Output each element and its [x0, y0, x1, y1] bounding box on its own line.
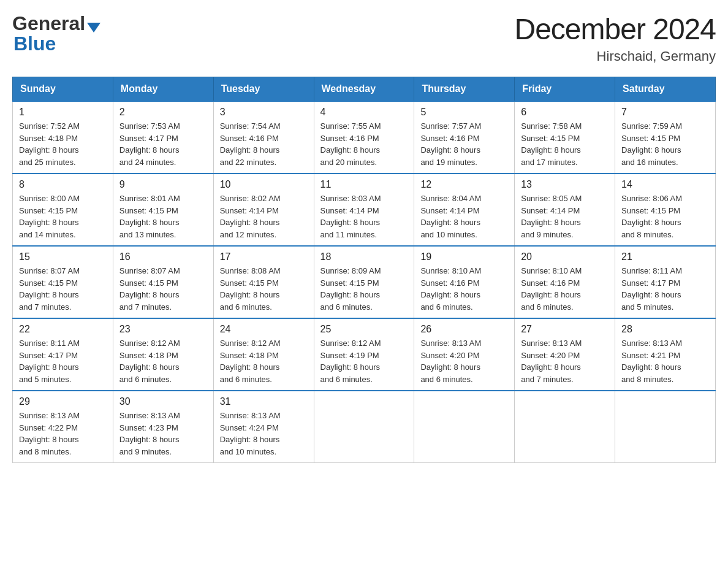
day-info: Sunrise: 7:54 AM Sunset: 4:16 PM Dayligh… — [220, 120, 308, 168]
calendar-day-cell — [314, 391, 414, 463]
day-info: Sunrise: 8:13 AM Sunset: 4:23 PM Dayligh… — [119, 410, 207, 458]
calendar-week-row: 22 Sunrise: 8:11 AM Sunset: 4:17 PM Dayl… — [13, 318, 716, 391]
calendar-day-cell: 16 Sunrise: 8:07 AM Sunset: 4:15 PM Dayl… — [113, 246, 213, 318]
calendar-day-cell: 14 Sunrise: 8:06 AM Sunset: 4:15 PM Dayl… — [615, 174, 716, 246]
col-monday: Monday — [113, 77, 213, 102]
day-info: Sunrise: 8:13 AM Sunset: 4:22 PM Dayligh… — [19, 410, 107, 458]
day-info: Sunrise: 8:03 AM Sunset: 4:14 PM Dayligh… — [320, 193, 408, 240]
col-wednesday: Wednesday — [314, 77, 414, 102]
day-number: 26 — [420, 324, 508, 335]
calendar-week-row: 1 Sunrise: 7:52 AM Sunset: 4:18 PM Dayli… — [13, 101, 716, 174]
day-info: Sunrise: 7:57 AM Sunset: 4:16 PM Dayligh… — [420, 120, 508, 168]
calendar-day-cell: 25 Sunrise: 8:12 AM Sunset: 4:19 PM Dayl… — [314, 318, 414, 391]
day-info: Sunrise: 8:10 AM Sunset: 4:16 PM Dayligh… — [521, 265, 609, 313]
page-header: General Blue December 2024 Hirschaid, Ge… — [12, 12, 716, 64]
col-thursday: Thursday — [414, 77, 515, 102]
location-subtitle: Hirschaid, Germany — [514, 48, 716, 64]
calendar-day-cell: 30 Sunrise: 8:13 AM Sunset: 4:23 PM Dayl… — [113, 391, 213, 463]
day-info: Sunrise: 8:07 AM Sunset: 4:15 PM Dayligh… — [19, 265, 107, 313]
day-info: Sunrise: 8:09 AM Sunset: 4:15 PM Dayligh… — [320, 265, 408, 313]
calendar-day-cell: 24 Sunrise: 8:12 AM Sunset: 4:18 PM Dayl… — [213, 318, 314, 391]
calendar-header-row: Sunday Monday Tuesday Wednesday Thursday… — [13, 77, 716, 102]
calendar-week-row: 8 Sunrise: 8:00 AM Sunset: 4:15 PM Dayli… — [13, 174, 716, 246]
day-number: 2 — [119, 107, 207, 118]
calendar-day-cell: 10 Sunrise: 8:02 AM Sunset: 4:14 PM Dayl… — [213, 174, 314, 246]
logo: General Blue — [12, 12, 100, 55]
col-sunday: Sunday — [13, 77, 113, 102]
day-number: 3 — [220, 107, 308, 118]
day-number: 12 — [420, 179, 508, 190]
logo-row: General — [12, 12, 100, 35]
calendar-day-cell: 22 Sunrise: 8:11 AM Sunset: 4:17 PM Dayl… — [13, 318, 113, 391]
calendar-day-cell: 5 Sunrise: 7:57 AM Sunset: 4:16 PM Dayli… — [414, 101, 515, 174]
calendar-day-cell: 4 Sunrise: 7:55 AM Sunset: 4:16 PM Dayli… — [314, 101, 414, 174]
calendar-day-cell: 23 Sunrise: 8:12 AM Sunset: 4:18 PM Dayl… — [113, 318, 213, 391]
day-number: 4 — [320, 107, 408, 118]
day-info: Sunrise: 8:01 AM Sunset: 4:15 PM Dayligh… — [119, 193, 207, 240]
calendar-day-cell: 19 Sunrise: 8:10 AM Sunset: 4:16 PM Dayl… — [414, 246, 515, 318]
day-info: Sunrise: 8:12 AM Sunset: 4:19 PM Dayligh… — [320, 337, 408, 385]
day-info: Sunrise: 8:13 AM Sunset: 4:24 PM Dayligh… — [220, 410, 308, 458]
day-info: Sunrise: 8:05 AM Sunset: 4:14 PM Dayligh… — [521, 193, 609, 240]
day-number: 1 — [19, 107, 107, 118]
calendar-day-cell: 2 Sunrise: 7:53 AM Sunset: 4:17 PM Dayli… — [113, 101, 213, 174]
day-info: Sunrise: 7:58 AM Sunset: 4:15 PM Dayligh… — [521, 120, 609, 168]
calendar-day-cell: 6 Sunrise: 7:58 AM Sunset: 4:15 PM Dayli… — [515, 101, 615, 174]
day-number: 6 — [521, 107, 609, 118]
day-info: Sunrise: 8:12 AM Sunset: 4:18 PM Dayligh… — [119, 337, 207, 385]
calendar-day-cell: 31 Sunrise: 8:13 AM Sunset: 4:24 PM Dayl… — [213, 391, 314, 463]
day-info: Sunrise: 8:12 AM Sunset: 4:18 PM Dayligh… — [220, 337, 308, 385]
day-number: 13 — [521, 179, 609, 190]
day-number: 8 — [19, 179, 107, 190]
calendar-day-cell — [515, 391, 615, 463]
month-title: December 2024 — [514, 12, 716, 46]
calendar-day-cell: 18 Sunrise: 8:09 AM Sunset: 4:15 PM Dayl… — [314, 246, 414, 318]
day-info: Sunrise: 8:11 AM Sunset: 4:17 PM Dayligh… — [19, 337, 107, 385]
day-number: 9 — [119, 179, 207, 190]
day-info: Sunrise: 7:59 AM Sunset: 4:15 PM Dayligh… — [621, 120, 709, 168]
calendar-day-cell: 13 Sunrise: 8:05 AM Sunset: 4:14 PM Dayl… — [515, 174, 615, 246]
calendar-day-cell: 11 Sunrise: 8:03 AM Sunset: 4:14 PM Dayl… — [314, 174, 414, 246]
day-number: 30 — [119, 396, 207, 407]
day-number: 21 — [621, 251, 709, 262]
day-info: Sunrise: 8:06 AM Sunset: 4:15 PM Dayligh… — [621, 193, 709, 240]
calendar-week-row: 15 Sunrise: 8:07 AM Sunset: 4:15 PM Dayl… — [13, 246, 716, 318]
day-number: 18 — [320, 251, 408, 262]
day-number: 19 — [420, 251, 508, 262]
logo-blue-text: Blue — [13, 33, 56, 55]
calendar-day-cell: 29 Sunrise: 8:13 AM Sunset: 4:22 PM Dayl… — [13, 391, 113, 463]
day-info: Sunrise: 8:07 AM Sunset: 4:15 PM Dayligh… — [119, 265, 207, 313]
title-area: December 2024 Hirschaid, Germany — [514, 12, 716, 64]
day-number: 17 — [220, 251, 308, 262]
day-info: Sunrise: 8:00 AM Sunset: 4:15 PM Dayligh… — [19, 193, 107, 240]
col-saturday: Saturday — [615, 77, 716, 102]
calendar-day-cell: 20 Sunrise: 8:10 AM Sunset: 4:16 PM Dayl… — [515, 246, 615, 318]
calendar-day-cell: 21 Sunrise: 8:11 AM Sunset: 4:17 PM Dayl… — [615, 246, 716, 318]
day-number: 25 — [320, 324, 408, 335]
calendar-day-cell — [414, 391, 515, 463]
calendar-day-cell: 15 Sunrise: 8:07 AM Sunset: 4:15 PM Dayl… — [13, 246, 113, 318]
logo-triangle-icon — [87, 23, 100, 33]
col-friday: Friday — [515, 77, 615, 102]
logo-general-text: General — [12, 12, 85, 35]
calendar-day-cell: 3 Sunrise: 7:54 AM Sunset: 4:16 PM Dayli… — [213, 101, 314, 174]
calendar-day-cell: 27 Sunrise: 8:13 AM Sunset: 4:20 PM Dayl… — [515, 318, 615, 391]
day-number: 27 — [521, 324, 609, 335]
day-info: Sunrise: 8:08 AM Sunset: 4:15 PM Dayligh… — [220, 265, 308, 313]
col-tuesday: Tuesday — [213, 77, 314, 102]
calendar-day-cell: 12 Sunrise: 8:04 AM Sunset: 4:14 PM Dayl… — [414, 174, 515, 246]
calendar-week-row: 29 Sunrise: 8:13 AM Sunset: 4:22 PM Dayl… — [13, 391, 716, 463]
day-info: Sunrise: 8:13 AM Sunset: 4:20 PM Dayligh… — [420, 337, 508, 385]
day-number: 15 — [19, 251, 107, 262]
day-number: 23 — [119, 324, 207, 335]
calendar-day-cell: 1 Sunrise: 7:52 AM Sunset: 4:18 PM Dayli… — [13, 101, 113, 174]
day-info: Sunrise: 7:53 AM Sunset: 4:17 PM Dayligh… — [119, 120, 207, 168]
day-number: 24 — [220, 324, 308, 335]
day-number: 11 — [320, 179, 408, 190]
day-number: 16 — [119, 251, 207, 262]
calendar-day-cell: 7 Sunrise: 7:59 AM Sunset: 4:15 PM Dayli… — [615, 101, 716, 174]
day-number: 14 — [621, 179, 709, 190]
day-number: 28 — [621, 324, 709, 335]
day-info: Sunrise: 8:04 AM Sunset: 4:14 PM Dayligh… — [420, 193, 508, 240]
day-number: 5 — [420, 107, 508, 118]
